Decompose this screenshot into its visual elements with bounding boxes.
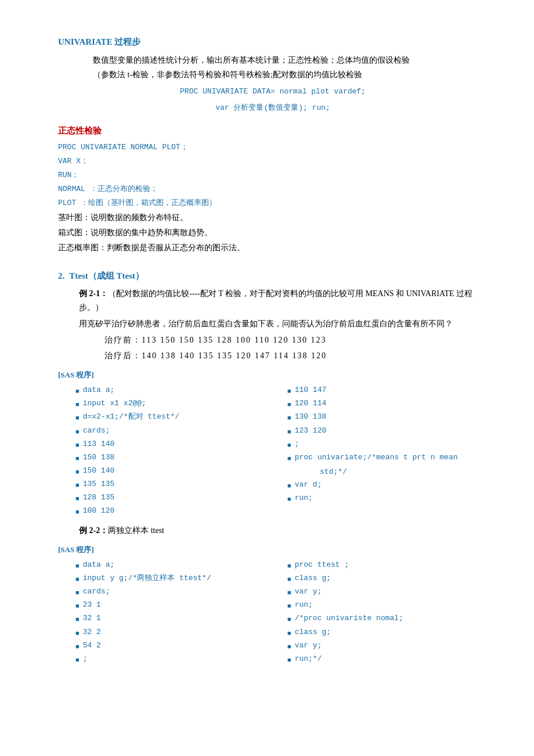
sas-row-c2-6: ■ var d; <box>287 478 488 491</box>
bullet-c1-3: ■ <box>75 426 80 437</box>
sas-row-c1-3: ■ cards; <box>75 424 276 437</box>
bullet-c1-0: ■ <box>75 386 80 397</box>
bullet-c2-6: ■ <box>287 480 291 491</box>
bullet-c1-4: ■ <box>75 440 80 451</box>
example22-desc: 两独立样本 ttest <box>108 526 164 535</box>
sas2-code-c2-2: var y; <box>295 585 322 598</box>
sas-code-c2-5b: std;*/ <box>287 465 488 478</box>
sas2-row-c2-3: ■ run; <box>287 599 488 611</box>
example21-intro: 用克矽平治疗矽肺患者，治疗前后血红蛋白含量如下表，问能否认为治疗前后血红蛋白的含… <box>79 317 488 331</box>
sas-row-c2-0: ■ 110 147 <box>287 384 488 397</box>
bullet-c2-2: ■ <box>287 412 291 423</box>
sas-code-c1-9: 100 120 <box>83 505 115 517</box>
sas2-code-c1-0: data a; <box>83 559 115 571</box>
sas-row-c1-9: ■ 100 120 <box>75 505 276 517</box>
sas2-code-c2-1: class g; <box>295 572 331 585</box>
sas-code-c2-7: run; <box>295 492 313 505</box>
bullet2-c2-1: ■ <box>287 574 291 585</box>
bullet-c1-6: ■ <box>75 466 80 477</box>
sas-row-c1-4: ■ 113 140 <box>75 438 276 451</box>
bullet-c2-4: ■ <box>287 440 291 451</box>
normality-section: 正态性检验 PROC UNIVARIATE NORMAL PLOT； VAR X… <box>58 124 488 254</box>
sas-row-c1-0: ■ data a; <box>75 384 276 397</box>
sas-code-c2-2: 130 138 <box>295 411 327 423</box>
example21-header: 例 2-1：（配对数据的均值比较----配对 T 检验，对于配对资料的均值的比较… <box>79 287 488 315</box>
bullet-c2-1: ■ <box>287 399 291 410</box>
proc-line2: var 分析变量(数值变量); run; <box>58 102 488 114</box>
sas-row-c1-8: ■ 128 135 <box>75 491 276 504</box>
sas-row-c1-5: ■ 150 138 <box>75 451 276 464</box>
sas-code-c1-1: input x1 x2@@; <box>83 397 146 410</box>
normality-line-2: RUN； <box>58 169 488 182</box>
sas2-code-c2-6: var y; <box>295 639 322 652</box>
sas-code-c1-0: data a; <box>83 384 115 397</box>
sas2-code-c2-5: class g; <box>295 626 331 639</box>
sas-code-c2-5: proc univariate;/*means t prt n mean <box>295 451 458 464</box>
normality-line-5: 茎叶图：说明数据的频数分布特征。 <box>58 211 488 225</box>
sas-code-c1-6: 150 140 <box>83 465 115 477</box>
sas-code-c1-3: cards; <box>83 424 110 437</box>
sas-row-c1-6: ■ 150 140 <box>75 465 276 477</box>
sas2-col2: ■ proc ttest ; ■ class g; ■ var y; ■ run… <box>287 559 488 666</box>
sas2-code-c2-0: proc ttest ; <box>295 559 349 571</box>
univariate-desc1: 数值型变量的描述性统计分析，输出所有基本统计量；正态性检验；总体均值的假设检验 … <box>58 53 488 82</box>
bullet-c2-7: ■ <box>287 494 291 505</box>
sas2-row-c2-0: ■ proc ttest ; <box>287 559 488 571</box>
example21: 例 2-1：（配对数据的均值比较----配对 T 检验，对于配对资料的均值的比较… <box>58 287 488 330</box>
sas2-code-c2-7: run;*/ <box>295 653 322 665</box>
sas2-row-c1-7: ■ ; <box>75 653 276 665</box>
normality-line-1: VAR X； <box>58 155 488 168</box>
bullet2-c1-7: ■ <box>75 654 80 665</box>
sas-code-c1-5: 150 138 <box>83 451 115 464</box>
sas-code-c2-1: 120 114 <box>295 397 327 410</box>
example22: 例 2-2：两独立样本 ttest <box>58 524 488 538</box>
bullet2-c1-5: ■ <box>75 628 80 639</box>
section2: 2. Ttest（成组 Ttest） 例 2-1：（配对数据的均值比较----配… <box>58 269 488 666</box>
sas2-row-c1-5: ■ 32 2 <box>75 626 276 639</box>
sas-code-c1-8: 128 135 <box>83 491 115 504</box>
sas-row-c2-7: ■ run; <box>287 492 488 505</box>
sas2-code-c1-7: ; <box>83 653 88 665</box>
bullet2-c2-3: ■ <box>287 600 291 611</box>
sas2-code-c2-4: /*proc univariste nomal; <box>295 612 403 625</box>
before-row: 治疗前：113 150 150 135 128 100 110 120 130 … <box>58 333 488 347</box>
bullet-c2-0: ■ <box>287 386 291 397</box>
sas2-code-c2-3: run; <box>295 599 313 611</box>
bullet2-c2-7: ■ <box>287 654 291 665</box>
sas2-row-c1-2: ■ cards; <box>75 585 276 598</box>
sas2-row-c2-7: ■ run;*/ <box>287 653 488 665</box>
bullet2-c2-0: ■ <box>287 560 291 571</box>
section2-title: Ttest（成组 Ttest） <box>69 269 144 284</box>
example21-desc: （配对数据的均值比较----配对 T 检验，对于配对资料的均值的比较可用 MEA… <box>79 289 472 312</box>
sas2-col1: ■ data a; ■ input y g;/*两独立样本 ttest*/ ■ … <box>75 559 276 666</box>
sas-row-c2-5: ■ proc univariate;/*means t prt n mean <box>287 451 488 464</box>
bullet-c1-9: ■ <box>75 506 80 517</box>
sas2-row-c1-6: ■ 54 2 <box>75 639 276 652</box>
sas-grid2: ■ data a; ■ input y g;/*两独立样本 ttest*/ ■ … <box>58 559 488 666</box>
bullet2-c1-1: ■ <box>75 574 80 585</box>
sas-row-c2-4: ■ ; <box>287 438 488 451</box>
sas2-code-c1-5: 32 2 <box>83 626 101 639</box>
normality-line-4: PLOT ：绘图（茎叶图，箱式图，正态概率图） <box>58 197 488 210</box>
bullet-c2-5: ■ <box>287 453 291 464</box>
sas-row-c1-7: ■ 135 135 <box>75 478 276 491</box>
sas-code-c2-4: ; <box>295 438 300 451</box>
sas2-row-c1-0: ■ data a; <box>75 559 276 571</box>
sas2-row-c2-1: ■ class g; <box>287 572 488 585</box>
example22-header: 例 2-2：两独立样本 ttest <box>79 524 488 538</box>
sas2-row-c2-4: ■ /*proc univariste nomal; <box>287 612 488 625</box>
univariate-title: UNIVARIATE 过程步 <box>58 35 488 50</box>
sas-col2: ■ 110 147 ■ 120 114 ■ 130 138 ■ 123 120 … <box>287 384 488 518</box>
after-label: 治疗后： <box>104 351 142 360</box>
sas2-row-c1-4: ■ 32 1 <box>75 612 276 625</box>
bullet2-c1-6: ■ <box>75 641 80 652</box>
sas-row-c2-2: ■ 130 138 <box>287 411 488 423</box>
sas-label2: [SAS 程序] <box>58 543 488 556</box>
bullet-c1-2: ■ <box>75 412 80 423</box>
sas2-row-c2-5: ■ class g; <box>287 626 488 639</box>
example22-label: 例 2-2： <box>79 526 108 535</box>
bullet2-c1-2: ■ <box>75 587 80 598</box>
univariate-section: UNIVARIATE 过程步 数值型变量的描述性统计分析，输出所有基本统计量；正… <box>58 35 488 114</box>
sas-code-c1-4: 113 140 <box>83 438 115 451</box>
bullet-c1-7: ■ <box>75 480 80 491</box>
